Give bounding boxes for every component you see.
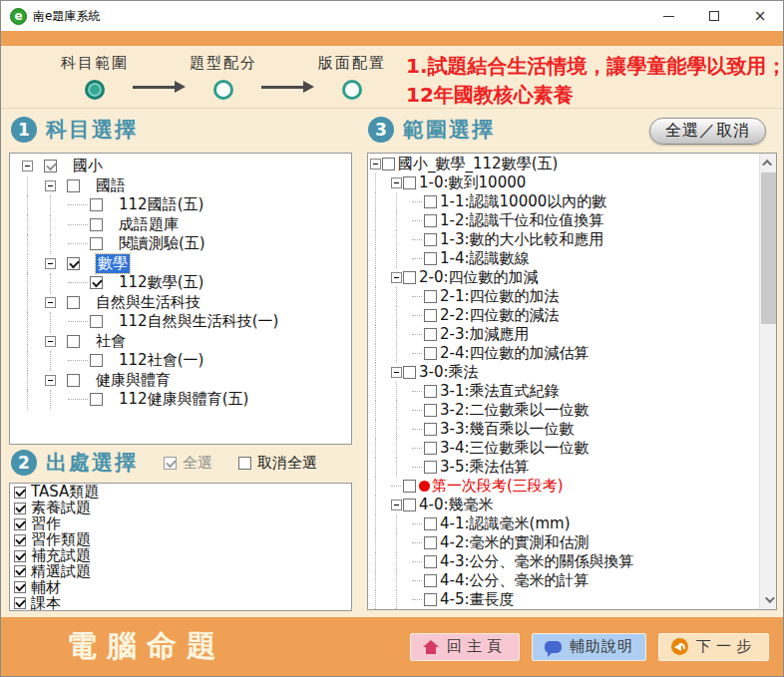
checkbox[interactable] <box>14 597 26 609</box>
tree-label[interactable]: 閱讀測驗(五) <box>119 234 205 253</box>
tree-node[interactable]: 2-2:四位數的減法 <box>368 306 759 325</box>
checkbox[interactable] <box>14 518 26 530</box>
tree-label[interactable]: 3-1:乘法直式紀錄 <box>440 382 560 401</box>
checkbox[interactable] <box>14 581 26 593</box>
expander-icon[interactable] <box>391 500 402 510</box>
tree-node[interactable]: 4-1:認識毫米(mm) <box>368 514 759 533</box>
checkbox[interactable] <box>14 565 26 577</box>
checkbox[interactable] <box>382 158 395 170</box>
checkbox[interactable] <box>424 536 437 549</box>
checkbox[interactable] <box>67 179 80 192</box>
tree-label[interactable]: 2-2:四位數的減法 <box>440 306 560 325</box>
expander-icon[interactable] <box>45 180 56 191</box>
expander-icon[interactable] <box>22 161 33 171</box>
tree-label[interactable]: 3-3:幾百乘以一位數 <box>440 420 575 439</box>
checkbox[interactable] <box>424 574 437 587</box>
checkbox[interactable] <box>424 423 437 436</box>
scrollbar-thumb[interactable] <box>761 172 776 324</box>
tree-node[interactable]: 數學 <box>10 254 351 274</box>
tree-node[interactable]: 112健康與體育(五) <box>10 390 351 410</box>
expander-icon[interactable] <box>370 159 381 169</box>
checkbox[interactable] <box>44 160 57 172</box>
checkbox[interactable] <box>90 354 103 367</box>
tree-label[interactable]: 1-0:數到10000 <box>419 173 526 192</box>
tree-node[interactable]: 3-5:乘法估算 <box>368 458 759 477</box>
tree-node[interactable]: 2-1:四位數的加法 <box>368 287 759 306</box>
expander-icon[interactable] <box>45 375 56 386</box>
tree-node[interactable]: 3-1:乘法直式紀錄 <box>368 382 759 401</box>
tree-label[interactable]: 112健康與體育(五) <box>119 390 248 409</box>
tree-node[interactable]: 國小 <box>10 157 351 176</box>
next-button[interactable]: 下一步 <box>658 633 769 661</box>
tree-node[interactable]: 112自然與生活科技(一) <box>10 312 351 332</box>
checkbox[interactable] <box>424 517 437 530</box>
tree-label[interactable]: 112自然與生活科技(一) <box>119 312 278 331</box>
list-item[interactable]: 素養試題 <box>10 501 351 516</box>
checkbox[interactable] <box>424 461 437 474</box>
checkbox[interactable] <box>403 366 416 379</box>
tree-label[interactable]: 4-0:幾毫米 <box>419 496 494 514</box>
expander-icon[interactable] <box>391 177 402 188</box>
checkbox[interactable] <box>14 503 26 514</box>
checkbox[interactable] <box>424 347 437 360</box>
tree-node[interactable]: 1-2:認識千位和位值換算 <box>368 211 759 230</box>
tree-label[interactable]: 4-5:畫長度 <box>440 590 515 609</box>
tree-node[interactable]: 健康與體育 <box>10 371 351 391</box>
tree-label[interactable]: 國小 <box>73 157 103 175</box>
checkbox[interactable] <box>403 271 416 284</box>
checkbox[interactable] <box>67 374 80 387</box>
tree-node[interactable]: 社會 <box>10 332 351 352</box>
checkbox[interactable] <box>424 442 437 455</box>
tree-label[interactable]: 112數學(五) <box>119 273 203 292</box>
home-button[interactable]: 回主頁 <box>410 633 520 661</box>
tree-node[interactable]: 第一次段考(三段考) <box>368 477 759 496</box>
tree-node[interactable]: 4-5:畫長度 <box>368 590 759 609</box>
checkbox[interactable] <box>424 214 437 227</box>
tree-label[interactable]: 第一次段考(三段考) <box>432 477 564 496</box>
checkbox[interactable] <box>403 499 416 511</box>
tree-label[interactable]: 2-3:加減應用 <box>440 325 530 344</box>
checkbox[interactable] <box>424 385 437 398</box>
tree-label[interactable]: 成語題庫 <box>119 215 179 234</box>
tree-label[interactable]: 112社會(一) <box>119 351 203 370</box>
tree-node[interactable]: 3-4:三位數乘以一位數 <box>368 439 759 458</box>
expander-icon[interactable] <box>45 258 56 269</box>
tree-label[interactable]: 1-2:認識千位和位值換算 <box>440 211 604 230</box>
checkbox[interactable] <box>90 276 103 289</box>
tree-node[interactable]: 1-4:認識數線 <box>368 249 759 268</box>
range-tree-panel[interactable]: 國小_數學_112數學(五)1-0:數到100001-1:認識10000以內的數… <box>367 153 777 610</box>
tree-label[interactable]: 自然與生活科技 <box>96 293 200 312</box>
expander-icon[interactable] <box>45 297 56 308</box>
checkbox[interactable] <box>90 393 103 406</box>
expander-icon[interactable] <box>391 272 402 283</box>
tree-node[interactable]: 自然與生活科技 <box>10 293 351 313</box>
tree-node[interactable]: 3-3:幾百乘以一位數 <box>368 420 759 439</box>
tree-label[interactable]: 112國語(五) <box>119 195 203 214</box>
list-item[interactable]: 課本 <box>10 595 351 611</box>
scrollbar[interactable] <box>759 154 776 609</box>
tree-node[interactable]: 國小_數學_112數學(五) <box>368 155 759 173</box>
checkbox[interactable] <box>90 315 103 328</box>
scroll-down-button[interactable] <box>760 591 777 608</box>
tree-node[interactable]: 4-4:公分、毫米的計算 <box>368 571 759 590</box>
tree-node[interactable]: 國語 <box>10 176 351 196</box>
tree-label[interactable]: 1-3:數的大小比較和應用 <box>440 230 604 249</box>
tree-label[interactable]: 4-4:公分、毫米的計算 <box>440 571 589 590</box>
tree-label[interactable]: 數學 <box>96 254 130 273</box>
tree-label[interactable]: 3-4:三位數乘以一位數 <box>440 439 589 458</box>
tree-label[interactable]: 國小_數學_112數學(五) <box>398 155 558 173</box>
select-all-checkbox[interactable] <box>164 457 177 470</box>
tree-node[interactable]: 112社會(一) <box>10 351 351 371</box>
checkbox[interactable] <box>14 487 26 499</box>
tree-label[interactable]: 3-2:二位數乘以一位數 <box>440 401 589 420</box>
tree-node[interactable]: 112數學(五) <box>10 273 351 293</box>
tree-label[interactable]: 4-3:公分、毫米的關係與換算 <box>440 552 634 571</box>
checkbox[interactable] <box>424 290 437 303</box>
list-item[interactable]: 精選試題 <box>10 563 351 579</box>
checkbox[interactable] <box>67 296 80 309</box>
select-all-option[interactable]: 全選 <box>164 454 212 473</box>
checkbox[interactable] <box>90 198 103 211</box>
checkbox[interactable] <box>403 480 416 493</box>
tree-label[interactable]: 社會 <box>96 332 126 351</box>
checkbox[interactable] <box>67 335 80 348</box>
